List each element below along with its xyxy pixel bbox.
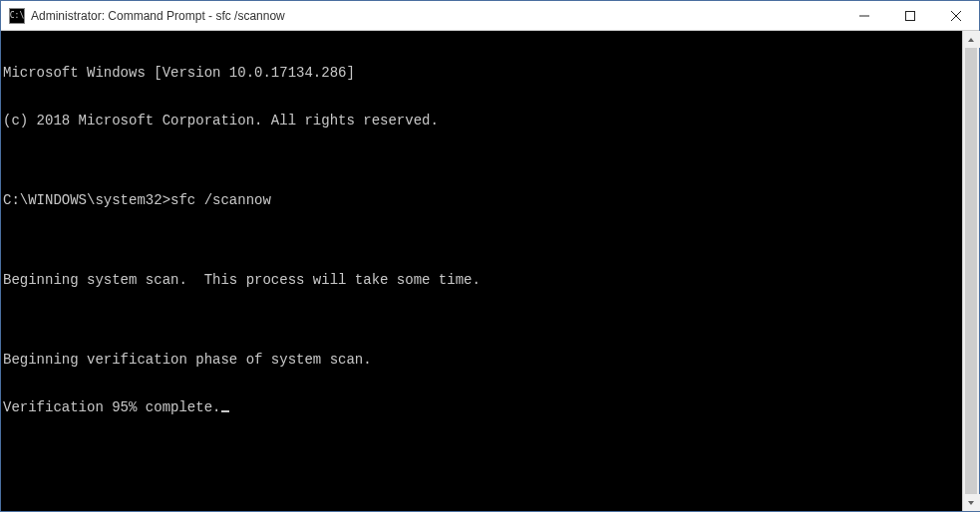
titlebar[interactable]: C:\ Administrator: Command Prompt - sfc … xyxy=(1,1,979,31)
begin-scan-line: Beginning system scan. This process will… xyxy=(3,272,962,288)
chevron-up-icon xyxy=(967,36,975,44)
terminal-output[interactable]: Microsoft Windows [Version 10.0.17134.28… xyxy=(1,31,962,511)
close-button[interactable] xyxy=(933,1,979,30)
cmd-icon: C:\ xyxy=(9,8,25,24)
chevron-down-icon xyxy=(967,499,975,507)
maximize-button[interactable] xyxy=(887,1,933,30)
window-title: Administrator: Command Prompt - sfc /sca… xyxy=(31,9,841,23)
command-text: sfc /scannow xyxy=(170,192,271,208)
client-area: Microsoft Windows [Version 10.0.17134.28… xyxy=(1,31,979,511)
svg-marker-5 xyxy=(968,501,974,505)
scroll-up-button[interactable] xyxy=(963,31,980,48)
cmd-icon-glyph: C:\ xyxy=(10,12,24,20)
banner-copyright-line: (c) 2018 Microsoft Corporation. All righ… xyxy=(3,113,962,128)
window-controls xyxy=(841,1,979,30)
verify-percent-text: Verification 95% complete. xyxy=(3,399,220,415)
verify-percent-line: Verification 95% complete. xyxy=(3,399,962,415)
prompt-line: C:\WINDOWS\system32>sfc /scannow xyxy=(3,192,962,208)
close-icon xyxy=(951,11,961,21)
banner-version-line: Microsoft Windows [Version 10.0.17134.28… xyxy=(3,65,962,81)
scroll-down-button[interactable] xyxy=(963,494,980,511)
svg-marker-4 xyxy=(968,38,974,42)
scrollbar-track[interactable] xyxy=(963,48,979,494)
verify-phase-line: Beginning verification phase of system s… xyxy=(3,352,962,368)
svg-rect-1 xyxy=(906,11,915,20)
command-prompt-window: C:\ Administrator: Command Prompt - sfc … xyxy=(0,0,980,512)
minimize-button[interactable] xyxy=(841,1,887,30)
minimize-icon xyxy=(859,11,869,21)
scrollbar-thumb[interactable] xyxy=(965,48,977,494)
vertical-scrollbar[interactable] xyxy=(962,31,979,511)
cursor xyxy=(221,410,229,412)
prompt-text: C:\WINDOWS\system32> xyxy=(3,192,170,208)
maximize-icon xyxy=(905,11,915,21)
